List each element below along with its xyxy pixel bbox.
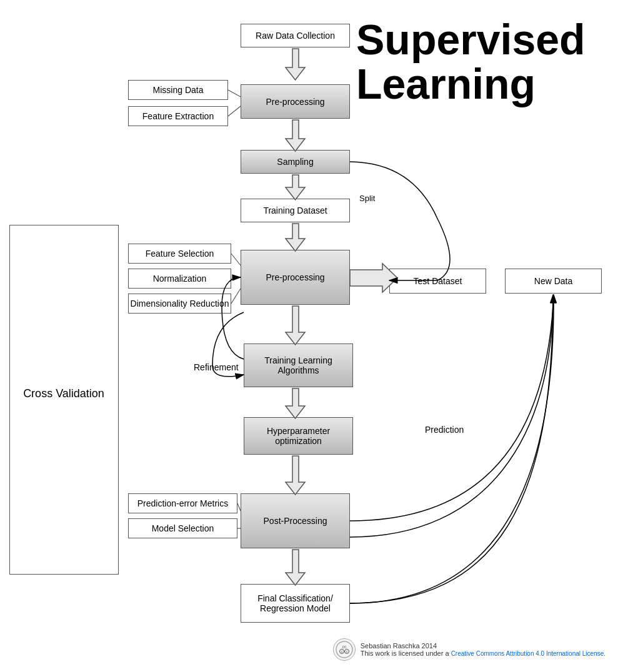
svg-text:cc: cc <box>342 645 347 649</box>
feature-extraction-box: Feature Extraction <box>128 106 228 126</box>
raw-data-box: Raw Data Collection <box>241 24 350 47</box>
svg-marker-1 <box>286 49 305 80</box>
new-data-box: New Data <box>505 269 602 294</box>
svg-marker-7 <box>286 306 305 345</box>
refinement-label: Refinement <box>194 362 239 372</box>
svg-line-14 <box>231 277 241 279</box>
final-classification-box: Final Classification/ Regression Model <box>241 584 350 623</box>
normalization-box: Normalization <box>128 269 231 289</box>
svg-marker-10 <box>286 550 305 585</box>
svg-marker-3 <box>286 175 305 200</box>
svg-point-18 <box>336 641 352 658</box>
svg-line-12 <box>228 106 241 116</box>
prediction-error-box: Prediction-error Metrics <box>128 493 237 513</box>
svg-marker-4 <box>286 224 305 251</box>
svg-marker-8 <box>286 388 305 418</box>
feature-selection-box: Feature Selection <box>128 244 231 264</box>
footer-text: Sebastian Raschka 2014 This work is lice… <box>361 642 606 657</box>
diagram-container: SupervisedLearning Raw Data Collection P… <box>0 0 618 672</box>
test-dataset-box: Test Dataset <box>389 269 486 294</box>
svg-text:c: c <box>341 650 342 653</box>
post-processing-box: Post-Processing <box>241 493 350 548</box>
sampling-box: Sampling <box>241 150 350 174</box>
svg-marker-2 <box>286 120 305 151</box>
missing-data-box: Missing Data <box>128 80 228 100</box>
svg-marker-9 <box>286 456 305 495</box>
preprocessing2-box: Pre-processing <box>241 250 350 305</box>
training-dataset-box: Training Dataset <box>241 199 350 222</box>
training-learning-box: Training Learning Algorithms <box>244 343 353 387</box>
author-text: Sebastian Raschka 2014 <box>361 642 606 650</box>
hyperparameter-box: Hyperparameter optimization <box>244 417 353 455</box>
svg-line-13 <box>231 254 241 265</box>
page-title: SupervisedLearning <box>356 17 586 107</box>
footer: cc c c Sebastian Raschka 2014 This work … <box>333 638 606 661</box>
model-selection-box: Model Selection <box>128 518 237 538</box>
cross-validation-label: Cross Validation <box>14 387 114 400</box>
dimensionality-reduction-box: Dimensionality Reduction <box>128 294 231 314</box>
license-link[interactable]: Creative Commons Attribution 4.0 Interna… <box>451 650 606 657</box>
license-text: This work is licensed under a Creative C… <box>361 650 606 657</box>
preprocessing1-box: Pre-processing <box>241 84 350 119</box>
svg-line-15 <box>231 289 241 304</box>
svg-marker-5 <box>350 271 392 284</box>
svg-text:c: c <box>346 650 347 653</box>
split-label: Split <box>359 194 375 203</box>
svg-line-11 <box>228 90 241 97</box>
cc-icon: cc c c <box>333 638 356 661</box>
prediction-label: Prediction <box>425 425 464 435</box>
